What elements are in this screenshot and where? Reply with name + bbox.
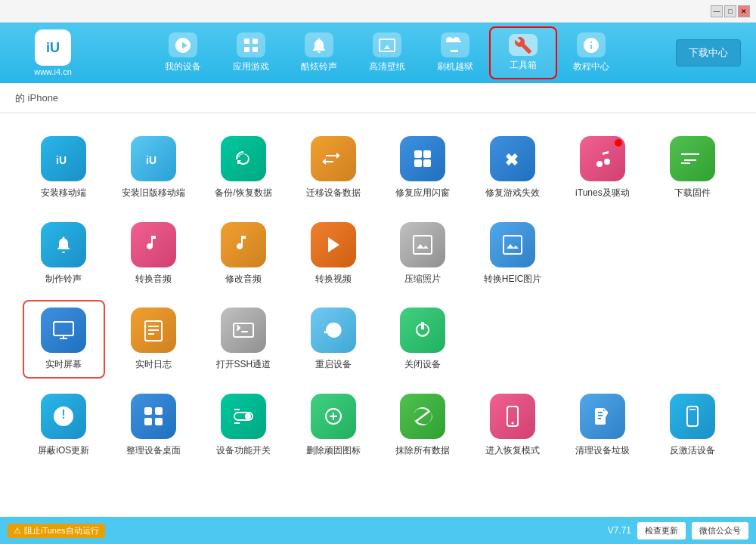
svg-text:iU: iU xyxy=(56,154,67,166)
tool-label-itunes: iTunes及驱动 xyxy=(575,187,630,199)
nav-label-my-device: 我的设备 xyxy=(165,60,201,73)
tool-clean-junk[interactable]: 清理设备垃圾 xyxy=(562,386,644,465)
nav-jailbreak[interactable]: 刷机越狱 xyxy=(421,26,489,79)
tool-fix-app[interactable]: 修复应用闪窗 xyxy=(382,128,464,207)
tool-audio-convert[interactable]: 转换音频 xyxy=(113,215,195,293)
tool-fix-game[interactable]: 修复游戏失效 xyxy=(472,128,554,207)
tool-label-fix-app: 修复应用闪窗 xyxy=(395,187,450,199)
tool-install-app[interactable]: iU安装移动端 xyxy=(23,128,105,207)
download-button[interactable]: 下载中心 xyxy=(676,39,741,66)
tool-block-update[interactable]: 屏蔽iOS更新 xyxy=(23,386,105,465)
tool-label-install-app: 安装移动端 xyxy=(41,187,86,199)
tool-organize-desktop[interactable]: 整理设备桌面 xyxy=(113,386,195,465)
tool-reboot[interactable]: 重启设备 xyxy=(292,300,374,379)
nav-icon-jailbreak xyxy=(441,32,469,57)
tool-heic-convert[interactable]: 转换HEIC图片 xyxy=(472,215,554,293)
close-button[interactable]: ✕ xyxy=(738,5,750,17)
svg-point-10 xyxy=(596,161,603,167)
tool-migrate[interactable]: 迁移设备数据 xyxy=(292,128,374,207)
wechat-button[interactable]: 微信公众号 xyxy=(692,522,748,539)
nav-wallpaper[interactable]: 高清壁纸 xyxy=(353,26,421,79)
main-nav: 我的设备 应用游戏 酷炫铃声 高清壁纸 刷机越狱 xyxy=(98,23,676,83)
svg-rect-7 xyxy=(423,150,431,158)
tool-icon-compress-photo xyxy=(400,222,445,267)
tool-label-ringtone-make: 制作铃声 xyxy=(45,274,82,286)
nav-my-device[interactable]: 我的设备 xyxy=(149,26,217,79)
tools-row-3: 屏蔽iOS更新整理设备桌面设备功能开关删除顽固图标抹除所有数据进入恢复模式清理设… xyxy=(23,386,733,465)
tool-label-ssh: 打开SSH通道 xyxy=(216,359,271,371)
nav-icon-my-device xyxy=(169,32,197,57)
logo-url: www.i4.cn xyxy=(34,67,72,76)
tool-icon-install-old: iU xyxy=(131,136,176,181)
tool-realtime-screen[interactable]: 实时屏幕 xyxy=(23,300,105,379)
tool-icon-fix-game xyxy=(490,136,535,181)
tools-row-2: 实时屏幕实时日志打开SSH通道重启设备关闭设备 xyxy=(23,300,733,379)
tool-feature-toggle[interactable]: 设备功能开关 xyxy=(203,386,285,465)
tool-icon-realtime-log xyxy=(131,308,176,353)
nav-apps[interactable]: 应用游戏 xyxy=(217,26,285,79)
svg-point-22 xyxy=(245,413,251,419)
tool-itunes[interactable]: iTunes及驱动 xyxy=(562,128,644,207)
tool-icon-block-update xyxy=(41,394,86,439)
tool-compress-photo[interactable]: 压缩照片 xyxy=(382,215,464,293)
tool-icon-erase xyxy=(400,394,445,439)
tool-shutdown[interactable]: 关闭设备 xyxy=(382,300,464,379)
check-update-button[interactable]: 检查更新 xyxy=(637,522,686,539)
tool-audio-edit[interactable]: 修改音频 xyxy=(203,215,285,293)
logo: iU www.i4.cn xyxy=(8,29,98,76)
tool-icon-delete-icon xyxy=(311,394,356,439)
svg-rect-12 xyxy=(414,236,432,254)
svg-rect-1 xyxy=(253,39,258,44)
tool-backup[interactable]: 备份/恢复数据 xyxy=(203,128,285,207)
tool-deactivate[interactable]: 反激活设备 xyxy=(651,386,733,465)
tool-label-firmware: 下载固件 xyxy=(674,187,711,199)
tool-realtime-log[interactable]: 实时日志 xyxy=(113,300,195,379)
tool-label-realtime-screen: 实时屏幕 xyxy=(45,359,82,371)
tool-label-realtime-log: 实时日志 xyxy=(135,359,172,371)
tool-placeholder4 xyxy=(562,300,644,379)
statusbar: ⚠ 阻止iTunes自动运行 V7.71 检查更新 微信公众号 xyxy=(0,517,756,544)
minimize-button[interactable]: — xyxy=(711,5,723,17)
tool-label-erase: 抹除所有数据 xyxy=(395,445,450,457)
tool-install-old[interactable]: iU安装旧版移动端 xyxy=(113,128,195,207)
tool-icon-organize-desktop xyxy=(131,394,176,439)
tool-erase[interactable]: 抹除所有数据 xyxy=(382,386,464,465)
itunes-warning[interactable]: ⚠ 阻止iTunes自动运行 xyxy=(8,524,105,538)
tool-video-convert[interactable]: 转换视频 xyxy=(292,215,374,293)
nav-label-toolbox: 工具箱 xyxy=(510,59,537,72)
tool-icon-audio-convert xyxy=(131,222,176,267)
tool-delete-icon[interactable]: 删除顽固图标 xyxy=(292,386,374,465)
svg-rect-14 xyxy=(54,322,73,335)
tool-icon-recovery xyxy=(490,394,535,439)
tool-label-audio-edit: 修改音频 xyxy=(225,274,262,286)
tool-icon-audio-edit xyxy=(221,222,266,267)
status-right: V7.71 检查更新 微信公众号 xyxy=(608,522,748,539)
svg-point-27 xyxy=(512,422,514,424)
svg-rect-2 xyxy=(244,47,249,52)
tool-icon-fix-app xyxy=(400,136,445,181)
tool-icon-shutdown xyxy=(400,308,445,353)
tool-icon-reboot xyxy=(311,308,356,353)
maximize-button[interactable]: □ xyxy=(724,5,736,17)
tool-label-migrate: 迁移设备数据 xyxy=(306,187,361,199)
tool-label-reboot: 重启设备 xyxy=(315,359,352,371)
nav-label-tutorial: 教程中心 xyxy=(573,60,609,73)
svg-rect-8 xyxy=(414,159,422,167)
tool-icon-ssh xyxy=(221,308,266,353)
tool-label-block-update: 屏蔽iOS更新 xyxy=(38,445,89,457)
nav-ringtone[interactable]: 酷炫铃声 xyxy=(285,26,353,79)
tool-recovery[interactable]: 进入恢复模式 xyxy=(472,386,554,465)
tool-ssh[interactable]: 打开SSH通道 xyxy=(203,300,285,379)
nav-toolbox[interactable]: 工具箱 xyxy=(489,26,557,79)
tool-ringtone-make[interactable]: 制作铃声 xyxy=(23,215,105,293)
nav-label-jailbreak: 刷机越狱 xyxy=(437,60,473,73)
nav-tutorial[interactable]: 教程中心 xyxy=(557,26,625,79)
tool-icon-firmware xyxy=(670,136,715,181)
nav-label-ringtone: 酷炫铃声 xyxy=(301,60,337,73)
tool-placeholder1 xyxy=(562,215,644,293)
svg-rect-16 xyxy=(234,323,253,337)
subheader: 的 iPhone xyxy=(0,83,756,113)
svg-point-11 xyxy=(604,159,610,165)
tool-firmware[interactable]: 下载固件 xyxy=(651,128,733,207)
svg-rect-20 xyxy=(155,418,163,425)
